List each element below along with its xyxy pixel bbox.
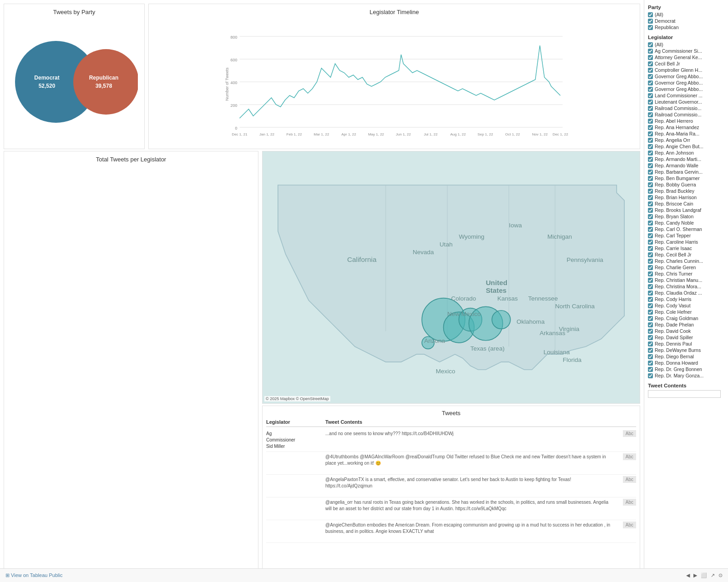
legislator-checkbox[interactable] — [648, 303, 653, 308]
legislator-checkbox[interactable] — [648, 246, 653, 251]
legislator-checkbox[interactable] — [648, 151, 653, 156]
legislator-checkbox[interactable] — [648, 157, 653, 162]
party-checkbox[interactable] — [648, 12, 653, 17]
party-checkbox[interactable] — [648, 25, 653, 30]
legislator-checkbox[interactable] — [648, 335, 653, 340]
legislator-checkbox[interactable] — [648, 112, 653, 117]
legislator-checkbox-item[interactable]: Rep. Christina Mora... — [648, 284, 724, 289]
party-checkbox[interactable] — [648, 19, 653, 24]
legislator-checkbox[interactable] — [648, 233, 653, 238]
legislator-checkbox[interactable] — [648, 49, 653, 54]
legislator-checkbox-item[interactable]: Rep. DeWayne Burns — [648, 347, 724, 353]
legislator-checkbox[interactable] — [648, 138, 653, 143]
legislator-checkbox[interactable] — [648, 271, 653, 276]
legislator-checkbox[interactable] — [648, 61, 653, 66]
legislator-checkbox[interactable] — [648, 252, 653, 257]
legislator-checkbox-item[interactable]: Rep. Ben Bumgarner — [648, 176, 724, 181]
legislator-checkbox[interactable] — [648, 131, 653, 136]
legislator-checkbox[interactable] — [648, 42, 653, 47]
legislator-checkbox[interactable] — [648, 329, 653, 334]
legislator-checkbox-item[interactable]: Rep. Cole Hefner — [648, 309, 724, 315]
legislator-checkbox[interactable] — [648, 297, 653, 302]
legislator-checkbox-item[interactable]: Governor Greg Abbo... — [648, 74, 724, 79]
legislator-checkbox-item[interactable]: Railroad Commissio... — [648, 105, 724, 111]
legislator-checkbox-item[interactable]: Rep. Brooks Landgraf — [648, 207, 724, 213]
legislator-checkbox[interactable] — [648, 361, 653, 366]
legislator-checkbox-item[interactable]: Rep. Chris Turner — [648, 271, 724, 276]
refresh-icon[interactable]: ⊙ — [718, 572, 723, 578]
legislator-checkbox-item[interactable]: Rep. Carl Tepper — [648, 233, 724, 238]
legislator-checkbox[interactable] — [648, 208, 653, 213]
legislator-checkbox-item[interactable]: Rep. Christian Manu... — [648, 277, 724, 283]
legislator-checkbox[interactable] — [648, 182, 653, 187]
legislator-checkbox-item[interactable]: Rep. Dr. Greg Bonnen — [648, 366, 724, 372]
legislator-checkbox[interactable] — [648, 367, 653, 372]
legislator-checkbox[interactable] — [648, 176, 653, 181]
legislator-checkbox-item[interactable]: Land Commissioner ... — [648, 93, 724, 98]
legislator-checkbox-item[interactable]: Rep. Ana Hernandez — [648, 125, 724, 130]
legislator-checkbox[interactable] — [648, 163, 653, 168]
legislator-checkbox-item[interactable]: Rep. Dr. Mary Gonza... — [648, 373, 724, 378]
party-checkbox-item[interactable]: Democrat — [648, 18, 724, 24]
legislator-checkbox[interactable] — [648, 201, 653, 206]
fullscreen-icon[interactable]: ⬜ — [701, 572, 707, 578]
legislator-checkbox[interactable] — [648, 80, 653, 85]
legislator-checkbox-item[interactable]: Rep. Ann Johnson — [648, 150, 724, 156]
legislator-checkbox-item[interactable]: Rep. Cecil Bell Jr — [648, 252, 724, 257]
legislator-checkbox-item[interactable]: Rep. Craig Goldman — [648, 316, 724, 321]
legislator-checkbox[interactable] — [648, 284, 653, 289]
legislator-checkbox-item[interactable]: Rep. Dade Phelan — [648, 322, 724, 327]
legislator-checkbox-item[interactable]: Rep. Brad Buckley — [648, 188, 724, 194]
legislator-checkbox[interactable] — [648, 278, 653, 283]
legislator-checkbox-item[interactable]: Rep. David Spiller — [648, 335, 724, 340]
legislator-checkbox[interactable] — [648, 240, 653, 245]
legislator-checkbox-item[interactable]: Rep. Barbara Gervin... — [648, 169, 724, 175]
legislator-checkbox[interactable] — [648, 125, 653, 130]
legislator-checkbox-item[interactable]: Rep. Carl O. Sherman — [648, 226, 724, 232]
legislator-checkbox-item[interactable]: Rep. Angie Chen But... — [648, 144, 724, 149]
legislator-checkbox-item[interactable]: Rep. Diego Bernal — [648, 354, 724, 359]
legislator-checkbox-item[interactable]: Rep. Charles Cunnin... — [648, 258, 724, 264]
legislator-checkbox-item[interactable]: Rep. Claudia Ordaz ... — [648, 290, 724, 296]
nav-forward[interactable]: ▶ — [693, 572, 697, 578]
party-checkbox-item[interactable]: Republican — [648, 25, 724, 30]
legislator-checkbox[interactable] — [648, 100, 653, 105]
legislator-checkbox[interactable] — [648, 265, 653, 270]
legislator-checkbox[interactable] — [648, 227, 653, 232]
party-checkbox-item[interactable]: (All) — [648, 12, 724, 17]
legislator-checkbox-item[interactable]: (All) — [648, 42, 724, 47]
legislator-checkbox-item[interactable]: Rep. Armando Marti... — [648, 156, 724, 162]
legislator-checkbox-item[interactable]: Lieutenant Governor... — [648, 99, 724, 105]
legislator-checkbox-item[interactable]: Rep. Dennis Paul — [648, 341, 724, 346]
tableau-public-link[interactable]: ⊞ View on Tableau Public — [5, 572, 62, 578]
legislator-checkbox[interactable] — [648, 93, 653, 98]
legislator-checkbox[interactable] — [648, 195, 653, 200]
tweet-search-input[interactable] — [648, 390, 721, 398]
legislator-checkbox[interactable] — [648, 310, 653, 315]
legislator-checkbox[interactable] — [648, 322, 653, 327]
legislator-checkbox[interactable] — [648, 189, 653, 194]
legislator-checkbox-item[interactable]: Rep. Angelia Orr — [648, 137, 724, 143]
legislator-checkbox[interactable] — [648, 87, 653, 92]
legislator-checkbox-item[interactable]: Rep. Charlie Geren — [648, 265, 724, 270]
legislator-checkbox[interactable] — [648, 316, 653, 321]
legislator-checkbox[interactable] — [648, 144, 653, 149]
legislator-checkbox-item[interactable]: Rep. Brian Harrison — [648, 195, 724, 200]
legislator-checkbox-item[interactable]: Rep. Carrie Isaac — [648, 246, 724, 251]
legislator-checkbox[interactable] — [648, 55, 653, 60]
legislator-checkbox-item[interactable]: Rep. David Cook — [648, 328, 724, 334]
legislator-checkbox-item[interactable]: Rep. Cody Harris — [648, 296, 724, 302]
legislator-checkbox[interactable] — [648, 214, 653, 219]
legislator-checkbox-item[interactable]: Governor Greg Abbo... — [648, 86, 724, 92]
legislator-checkbox-item[interactable]: Comptroller Glenn H... — [648, 67, 724, 73]
legislator-checkbox[interactable] — [648, 354, 653, 359]
legislator-checkbox-item[interactable]: Rep. Ana-Maria Ra... — [648, 131, 724, 136]
legislator-checkbox[interactable] — [648, 170, 653, 175]
legislator-checkbox-item[interactable]: Rep. Armando Walle — [648, 163, 724, 168]
legislator-checkbox[interactable] — [648, 106, 653, 111]
legislator-checkbox-item[interactable]: Rep. Donna Howard — [648, 360, 724, 366]
nav-back[interactable]: ◀ — [686, 572, 690, 578]
legislator-checkbox-item[interactable]: Rep. Caroline Harris — [648, 239, 724, 245]
legislator-checkbox[interactable] — [648, 221, 653, 226]
legislator-checkbox[interactable] — [648, 291, 653, 296]
